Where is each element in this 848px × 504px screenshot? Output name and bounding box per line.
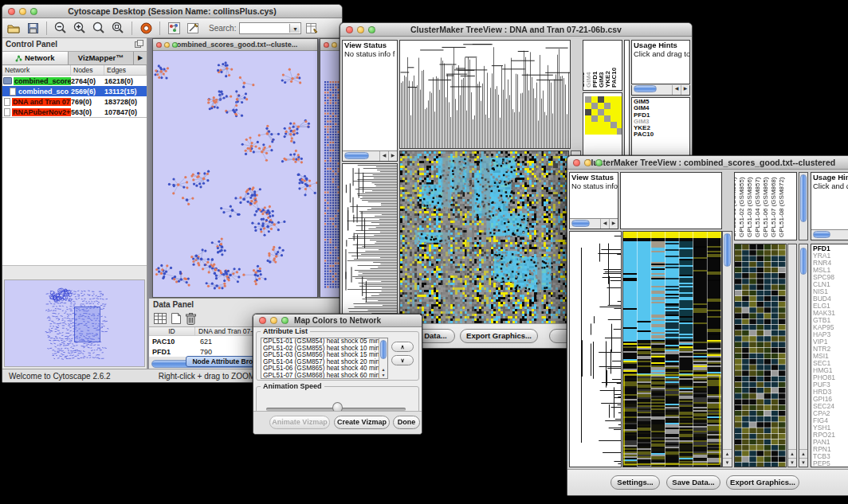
heatmap-panel[interactable] <box>622 231 722 467</box>
zoom-button[interactable] <box>368 26 375 33</box>
search-input[interactable]: ▼ <box>239 22 301 34</box>
scroll-right-arrow[interactable]: ▶ <box>609 219 618 229</box>
scroll-arrows[interactable]: ▲▼ <box>379 367 387 378</box>
row-dendrogram-panel[interactable] <box>342 163 398 324</box>
matrix-cell <box>617 96 622 103</box>
usage-hints-hscrollbar[interactable] <box>811 229 848 240</box>
column-labels-vscrollbar[interactable] <box>799 172 808 240</box>
scroll-left-arrow[interactable]: ◀ <box>379 151 388 161</box>
row-dendrogram-panel[interactable] <box>569 231 622 467</box>
network-list-row[interactable]: combined_sco 2569(6) 13112(15) <box>2 86 147 96</box>
close-button[interactable] <box>573 159 580 166</box>
move-up-button[interactable]: ∧ <box>391 342 414 352</box>
column-dendrogram-panel[interactable] <box>620 172 722 229</box>
zoom-button[interactable] <box>595 159 603 166</box>
annotation-tool-icon[interactable] <box>185 21 201 36</box>
usage-hints-scroll-panel[interactable]: ◀▶ <box>631 85 690 96</box>
close-button[interactable] <box>346 26 353 33</box>
column-dendrogram-panel[interactable] <box>399 40 571 149</box>
new-attribute-icon[interactable] <box>171 313 181 324</box>
scroll-right-arrow[interactable]: ▶ <box>681 85 689 95</box>
scroll-left-arrow[interactable]: ◀ <box>600 219 609 229</box>
export-graphics-button[interactable]: Export Graphics... <box>726 475 799 490</box>
create-vizmap-button[interactable]: Create Vizmap <box>334 416 390 429</box>
close-button[interactable] <box>259 317 266 324</box>
close-button[interactable] <box>156 42 162 48</box>
minimize-button[interactable] <box>332 42 337 48</box>
save-data-button[interactable]: Save Data... <box>666 475 720 490</box>
save-button[interactable] <box>25 21 41 36</box>
view-status-text: No status info f <box>570 182 618 190</box>
close-button[interactable] <box>324 42 329 48</box>
zoom-button[interactable] <box>172 42 178 48</box>
tab-network[interactable]: Network <box>2 52 69 64</box>
zoom-in-button[interactable] <box>72 21 88 36</box>
scroll-up-arrow[interactable]: ▲ <box>799 449 807 458</box>
view-status-hscrollbar[interactable]: ◀▶ <box>343 150 397 161</box>
network-list-row[interactable]: DNA and Tran 07 769(0) 183728(0) <box>2 96 147 107</box>
view-status-title: View Status <box>343 41 397 49</box>
matrix-cell <box>598 96 604 103</box>
network-list-row[interactable]: combined_scores 2764(0) 16218(0) <box>2 76 147 86</box>
zoom-heatmap-panel[interactable] <box>734 244 787 467</box>
column-label: PAC10 <box>611 68 618 88</box>
attribute-list[interactable]: GPL51-01 (GSM854) heat shock 05 minGPL51… <box>261 338 388 379</box>
zoom-actual-size-button[interactable] <box>110 21 126 36</box>
minimize-button[interactable] <box>19 8 26 15</box>
gene-label[interactable]: PAC10 <box>634 131 689 138</box>
minimize-button[interactable] <box>584 159 591 166</box>
attribute-select-icon[interactable] <box>154 313 167 324</box>
help-lifering-icon[interactable] <box>138 21 154 36</box>
delete-attribute-trash-icon[interactable] <box>186 313 196 325</box>
attribute-list-item[interactable]: GPL51-07 (GSM868) heat shock 60 min <box>261 373 387 379</box>
attribute-browser-icon[interactable] <box>304 21 320 36</box>
zoom-heatmap-vscrollbar[interactable]: ▲▼ <box>787 244 797 467</box>
minimize-button[interactable] <box>164 42 170 48</box>
matrix-cell <box>598 115 604 122</box>
main-titlebar[interactable]: Cytoscape Desktop (Session Name: collins… <box>2 5 342 18</box>
minimize-button[interactable] <box>357 26 364 33</box>
network-overview-panel[interactable] <box>4 279 145 367</box>
heatmap-vscrollbar[interactable]: ▲▼ <box>722 231 732 467</box>
vizmapper-tool-icon[interactable] <box>166 21 182 36</box>
tab-vizmapper[interactable]: VizMapper™ <box>69 52 135 64</box>
map-colors-dialog: Map Colors to Network Attribute List GPL… <box>253 314 422 435</box>
move-down-button[interactable]: ∨ <box>391 355 414 365</box>
heatmap-panel[interactable] <box>399 150 569 324</box>
network-name: RNAPuberNov2+ <box>12 108 71 116</box>
matrix-cell <box>617 109 622 115</box>
search-dropdown-arrow[interactable]: ▼ <box>289 24 300 33</box>
scroll-left-arrow[interactable]: ◀ <box>672 85 681 95</box>
zoom-button[interactable] <box>281 317 289 324</box>
scroll-down-arrow[interactable]: ▼ <box>799 458 807 467</box>
scroll-up-arrow[interactable]: ▲ <box>788 449 796 458</box>
gene-list-vscrollbar[interactable]: ▲▼ <box>799 244 808 467</box>
scroll-down-arrow[interactable]: ▼ <box>723 458 732 467</box>
float-panel-icon[interactable] <box>135 40 143 49</box>
network-list-row[interactable]: RNAPuberNov2+ 563(0) 107847(0) <box>2 107 147 117</box>
scroll-down-arrow[interactable]: ▼ <box>788 458 796 467</box>
scroll-right-arrow[interactable]: ▶ <box>388 151 397 161</box>
network-nodes-count: 769(0) <box>71 98 104 106</box>
network-edges-count: 107847(0) <box>104 108 147 116</box>
zoom-fit-button[interactable] <box>91 21 107 36</box>
animate-vizmap-button[interactable]: Animate Vizmap <box>269 416 330 429</box>
open-file-button[interactable] <box>6 21 22 36</box>
column-label: GPL51-01 (GSM854) <box>734 177 737 237</box>
minimize-button[interactable] <box>270 317 277 324</box>
close-button[interactable] <box>8 8 15 15</box>
matrix-cell <box>604 109 610 115</box>
tab-overflow-arrow[interactable]: ▶ <box>134 52 147 64</box>
done-button[interactable]: Done <box>393 416 420 429</box>
zoom-button[interactable] <box>30 8 37 15</box>
network-view-window[interactable]: combined_scores_good.txt--cluste... <box>152 38 318 298</box>
network-graph-canvas[interactable] <box>153 51 317 297</box>
view-status-hscrollbar[interactable]: ◀▶ <box>570 218 618 229</box>
settings-button[interactable]: Settings... <box>610 475 660 490</box>
network-edges-count: 16218(0) <box>104 77 147 85</box>
attribute-list-vscrollbar[interactable]: ▲▼ <box>379 338 387 378</box>
scroll-up-arrow[interactable]: ▲ <box>723 449 732 458</box>
inner-window-controls <box>153 42 178 48</box>
zoom-out-button[interactable] <box>53 21 69 36</box>
export-graphics-button[interactable]: Export Graphics... <box>460 329 538 343</box>
